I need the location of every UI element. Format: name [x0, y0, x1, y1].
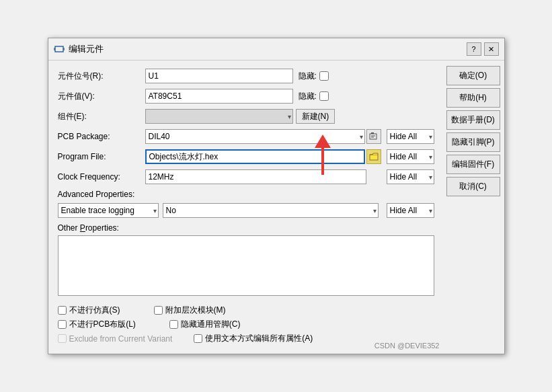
clock-label: Clock Frequency:	[58, 172, 145, 182]
program-row: Program File: Hide All Show All Hide	[58, 149, 434, 164]
advanced-properties-label: Advanced Properties:	[58, 190, 434, 199]
no-pcb-checkbox[interactable]	[58, 320, 67, 329]
dialog-title: 编辑元件	[69, 43, 104, 55]
advanced-hide-select[interactable]: Hide All Show All Hide	[387, 203, 434, 218]
help-title-button[interactable]: ?	[467, 42, 481, 56]
other-props-textarea[interactable]	[58, 235, 434, 296]
pcb-row: PCB Package: DIL40	[58, 129, 434, 144]
ref-row: 元件位号(R): 隐藏:	[58, 69, 434, 83]
value-hide-checkbox[interactable]	[319, 91, 329, 101]
hide-pins-checkbox[interactable]	[169, 320, 178, 329]
component-row: 组件(E): 新建(N)	[58, 109, 434, 124]
value-hide-label: 隐藏:	[299, 91, 317, 102]
title-bar: 编辑元件 ? ✕	[48, 38, 504, 61]
no-pcb-label: 不进行PCB布版(L)	[69, 319, 136, 330]
databook-button[interactable]: 数据手册(D)	[446, 110, 500, 130]
value-label: 元件值(V):	[58, 91, 145, 102]
program-hide-wrapper: Hide All Show All Hide	[387, 149, 434, 164]
pcb-hide-wrapper: Hide All Show All Hide	[387, 129, 434, 144]
pcb-input-group: DIL40 Hide All S	[145, 129, 434, 144]
exclude-checkbox	[58, 334, 67, 343]
clock-hide-select[interactable]: Hide All Show All Hide	[387, 169, 434, 184]
pcb-browse-button[interactable]	[366, 129, 381, 144]
pcb-select[interactable]: DIL40	[145, 129, 365, 144]
ref-hide-label: 隐藏:	[299, 71, 317, 82]
ref-input[interactable]	[145, 69, 293, 83]
value-input[interactable]	[145, 89, 293, 104]
attach-hierarchy-checkbox[interactable]	[154, 306, 163, 315]
advanced-hide-wrapper: Hide All Show All Hide	[387, 203, 434, 218]
svg-rect-9	[370, 155, 378, 160]
exclude-checkbox-item: Exclude from Current Variant	[58, 333, 173, 344]
pcb-label: PCB Package:	[58, 132, 145, 141]
main-content: 元件位号(R): 隐藏: 元件值(V): 隐藏: 组件(E):	[48, 61, 444, 354]
edit-component-dialog: 编辑元件 ? ✕ 元件位号(R): 隐藏: 元件值(V): 隐藏:	[48, 38, 505, 354]
side-buttons: 确定(O) 帮助(H) 数据手册(D) 隐藏引脚(P) 编辑固件(F) 取消(C…	[444, 61, 504, 354]
program-label: Program File:	[58, 152, 145, 161]
other-props-wrapper	[58, 235, 434, 298]
no-sim-label: 不进行仿真(S)	[69, 305, 120, 316]
pcb-hide-select[interactable]: Hide All Show All Hide	[387, 129, 434, 144]
help-button[interactable]: 帮助(H)	[446, 88, 500, 108]
attach-hierarchy-checkbox-item: 附加层次模块(M)	[154, 305, 226, 316]
watermark: CSDN @DEVIE352	[374, 342, 440, 350]
component-label: 组件(E):	[58, 111, 145, 122]
use-text-checkbox-item: 使用文本方式编辑所有属性(A)	[194, 333, 313, 344]
svg-rect-5	[370, 134, 377, 139]
value-row: 元件值(V): 隐藏:	[58, 89, 434, 104]
clock-input[interactable]	[145, 169, 366, 184]
svg-rect-6	[371, 132, 374, 134]
no-sim-checkbox[interactable]	[58, 306, 67, 315]
pcb-select-wrapper: DIL40	[145, 129, 365, 144]
no-pcb-checkbox-item: 不进行PCB布版(L)	[58, 319, 136, 330]
edit-firmware-button[interactable]: 编辑固件(F)	[446, 155, 500, 174]
close-title-button[interactable]: ✕	[484, 42, 499, 56]
title-bar-left: 编辑元件	[54, 43, 104, 55]
component-select[interactable]	[145, 109, 293, 124]
clock-row: Clock Frequency: Hide All Show All Hide	[58, 169, 434, 184]
component-icon	[54, 44, 65, 54]
program-input-group: Hide All Show All Hide	[145, 149, 434, 164]
use-text-checkbox[interactable]	[194, 334, 202, 343]
ok-button[interactable]: 确定(O)	[446, 66, 500, 85]
hide-pins-label: 隐藏通用管脚(C)	[181, 319, 241, 330]
component-select-wrapper	[145, 109, 293, 124]
advanced-row: Enable trace logging No Yes Hide All Sho…	[58, 203, 434, 218]
checkbox-row-1: 不进行仿真(S) 附加层次模块(M)	[58, 305, 434, 316]
other-props-label: Other Properties:	[58, 223, 434, 233]
program-input[interactable]	[145, 149, 365, 164]
use-text-label: 使用文本方式编辑所有属性(A)	[205, 333, 313, 344]
cancel-button[interactable]: 取消(C)	[446, 177, 500, 196]
program-browse-button[interactable]	[366, 149, 381, 164]
new-button[interactable]: 新建(N)	[296, 109, 336, 124]
bottom-checkboxes: 不进行仿真(S) 附加层次模块(M) 不进行PCB布版(L) 隐藏通用管脚(C)	[58, 305, 434, 347]
advanced-prop-wrapper: Enable trace logging	[58, 203, 159, 218]
advanced-value-select[interactable]: No Yes	[163, 203, 379, 218]
hide-pins-checkbox-item: 隐藏通用管脚(C)	[169, 319, 241, 330]
no-sim-checkbox-item: 不进行仿真(S)	[58, 305, 120, 316]
clock-input-group: Hide All Show All Hide	[145, 169, 434, 184]
program-hide-select[interactable]: Hide All Show All Hide	[387, 149, 434, 164]
hide-pins-side-button[interactable]: 隐藏引脚(P)	[446, 132, 500, 152]
ref-label: 元件位号(R):	[58, 71, 145, 82]
svg-rect-0	[55, 46, 63, 52]
attach-hierarchy-label: 附加层次模块(M)	[165, 305, 226, 316]
exclude-label: Exclude from Current Variant	[69, 334, 173, 344]
checkbox-row-2: 不进行PCB布版(L) 隐藏通用管脚(C)	[58, 319, 434, 330]
clock-hide-wrapper: Hide All Show All Hide	[387, 169, 434, 184]
title-bar-buttons: ? ✕	[467, 42, 499, 56]
advanced-prop-select[interactable]: Enable trace logging	[58, 203, 159, 218]
advanced-value-wrapper: No Yes	[163, 203, 379, 218]
dialog-body: 元件位号(R): 隐藏: 元件值(V): 隐藏: 组件(E):	[48, 61, 504, 354]
other-props-underline: P	[80, 223, 85, 233]
ref-hide-checkbox[interactable]	[319, 71, 329, 81]
